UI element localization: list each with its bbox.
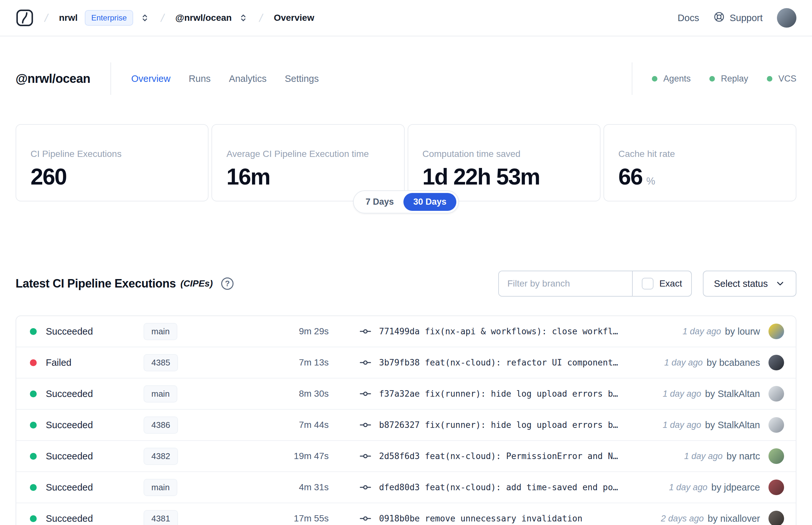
commit-icon [359,513,371,524]
cipes-title: Latest CI Pipeline Executions [16,277,176,290]
breadcrumb: / nrwl Enterprise / @nrwl/ocean / Overvi… [16,9,314,27]
period-7-days-button[interactable]: 7 Days [356,193,403,211]
status-dot-icon [709,76,715,81]
run-duration: 8m 30s [231,389,329,399]
workspace-switcher-icon[interactable] [238,13,248,23]
author-avatar [768,480,784,495]
run-time-ago: 1 day ago [669,482,707,493]
run-duration: 7m 13s [231,357,329,368]
user-avatar[interactable] [777,8,796,28]
page-title: @nrwl/ocean [16,72,90,86]
tab-runs[interactable]: Runs [189,73,211,84]
commit-icon [359,326,371,337]
branch-badge: main [143,385,177,403]
org-switcher-icon[interactable] [140,13,150,23]
cipe-row[interactable]: Succeeded 4386 7m 44s b8726327 fix(runne… [16,410,796,441]
branch-badge: 4386 [143,417,178,434]
run-status: Succeeded [46,389,93,399]
select-status-label: Select status [714,279,768,289]
stat-card: Computation time saved 1d 22h 53m [408,124,600,201]
tab-settings[interactable]: Settings [285,73,319,84]
run-duration: 4m 31s [231,482,329,493]
run-author: by StalkAltan [705,420,760,431]
branch-filter-input[interactable] [499,271,632,296]
stat-card: Average CI Pipeline Execution time 16m [212,124,404,201]
exact-label: Exact [659,279,682,289]
legend-label: VCS [778,74,796,84]
run-author: by nixallover [708,513,760,524]
run-duration: 9m 29s [231,326,329,336]
nx-cloud-logo-icon[interactable] [16,9,34,27]
commit-message: 0918b0be remove unnecessary invalidation [379,514,582,523]
period-toggle: 7 Days30 Days [16,190,796,213]
stat-card-value: 66% [618,164,796,190]
period-30-days-button[interactable]: 30 Days [403,193,456,211]
run-duration: 17m 55s [231,513,329,524]
run-duration: 7m 44s [231,420,329,430]
select-status-dropdown[interactable]: Select status [703,271,796,297]
run-status: Succeeded [46,326,93,337]
docs-link[interactable]: Docs [677,13,699,24]
cipes-table: Succeeded main 9m 29s 771499da fix(nx-ap… [16,315,796,525]
commit-icon [359,481,371,493]
commit-icon [359,419,371,431]
run-status-dot-icon [30,453,37,460]
stat-card-value: 16m [226,164,404,190]
stat-card-value: 1d 22h 53m [423,164,600,190]
legend-replay: Replay [709,74,748,84]
breadcrumb-separator: / [258,12,264,24]
cipe-row[interactable]: Succeeded 4382 19m 47s 2d58f6d3 feat(nx-… [16,441,796,472]
run-status-dot-icon [30,515,37,522]
author-avatar [768,448,784,464]
author-avatar [768,417,784,433]
commit-message: f37a32ae fix(runner): hide log upload er… [379,389,618,399]
run-author: by jdpearce [711,482,760,493]
tab-overview[interactable]: Overview [131,73,170,84]
author-avatar [768,511,784,525]
breadcrumb-workspace[interactable]: @nrwl/ocean [175,13,232,23]
feature-status-legend: AgentsReplayVCS [632,62,796,95]
run-status: Succeeded [46,482,93,493]
run-author: by lourw [725,326,760,337]
run-time-ago: 1 day ago [683,327,721,336]
exact-checkbox[interactable] [642,278,654,289]
workspace-header: @nrwl/ocean OverviewRunsAnalyticsSetting… [16,60,796,97]
run-status-dot-icon [30,390,37,397]
branch-badge: main [143,323,177,340]
stat-card: Cache hit rate 66% [603,124,796,201]
support-label: Support [730,13,763,24]
legend-label: Replay [721,74,748,84]
status-dot-icon [652,76,657,81]
commit-message: 3b79fb38 feat(nx-cloud): refactor UI com… [379,358,618,368]
cipes-section-header: Latest CI Pipeline Executions (CIPEs) Ex… [16,271,796,297]
support-link[interactable]: Support [713,11,763,25]
cipe-row[interactable]: Succeeded main 9m 29s 771499da fix(nx-ap… [16,316,796,347]
help-icon[interactable] [221,278,233,290]
run-status-dot-icon [30,422,37,429]
top-navbar: / nrwl Enterprise / @nrwl/ocean / Overvi… [0,0,812,36]
run-author: by bcabanes [707,357,760,368]
run-author: by StalkAltan [705,389,760,399]
cipes-subtitle: (CIPEs) [180,279,213,289]
branch-badge: 4381 [143,510,178,525]
branch-badge: 4385 [143,354,178,371]
branch-badge: 4382 [143,448,178,465]
run-status: Failed [46,357,72,368]
cipe-row[interactable]: Succeeded 4381 17m 55s 0918b0be remove u… [16,503,796,525]
run-time-ago: 1 day ago [684,451,723,461]
cipe-row[interactable]: Succeeded main 4m 31s dfed80d3 feat(nx-c… [16,472,796,503]
breadcrumb-org[interactable]: nrwl [59,13,78,23]
author-avatar [768,324,784,339]
navbar-actions: Docs Support [677,8,796,28]
cipe-row[interactable]: Succeeded main 8m 30s f37a32ae fix(runne… [16,378,796,410]
tab-analytics[interactable]: Analytics [229,73,267,84]
divider [632,62,632,95]
cipe-row[interactable]: Failed 4385 7m 13s 3b79fb38 feat(nx-clou… [16,347,796,378]
stat-card-label: Average CI Pipeline Execution time [226,149,404,159]
stat-card-value: 260 [31,164,208,190]
divider [110,62,111,95]
breadcrumb-page: Overview [274,13,315,23]
run-time-ago: 2 days ago [661,514,704,524]
stat-card-label: CI Pipeline Executions [31,149,208,159]
run-time-ago: 1 day ago [664,358,703,368]
